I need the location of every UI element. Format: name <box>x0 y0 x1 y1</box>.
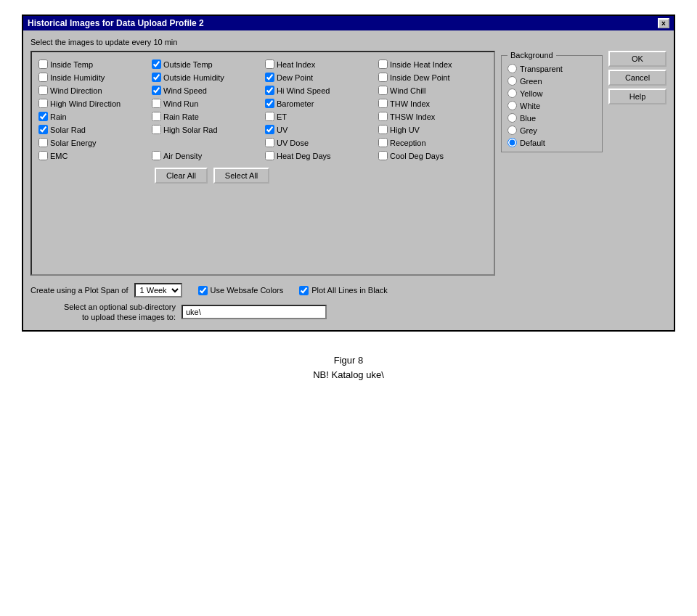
checkbox-item-reception: Reception <box>378 136 488 149</box>
subtitle: Select the images to update every 10 min <box>30 38 667 46</box>
radio-label-transparent: Transparent <box>520 65 563 73</box>
checkbox-uv[interactable] <box>265 125 274 134</box>
checkbox-label-rain: Rain <box>50 112 67 121</box>
caption-line2: NB! Katalog uke\ <box>313 368 384 383</box>
checkbox-item-wind-speed: Wind Speed <box>151 84 261 96</box>
checkbox-wind-direction[interactable] <box>38 86 48 95</box>
checkbox-rain-rate[interactable] <box>152 112 161 121</box>
checkbox-label-high-solar-rad: High Solar Rad <box>163 126 218 134</box>
checkbox-inside-dew-point[interactable] <box>378 73 388 82</box>
checkbox-solar-energy[interactable] <box>38 138 48 147</box>
radio-blue[interactable] <box>508 113 517 123</box>
checkbox-outside-humidity[interactable] <box>152 73 161 82</box>
select-all-button[interactable]: Select All <box>213 168 269 184</box>
checkbox-item-inside-temp: Inside Temp <box>38 58 148 70</box>
checkbox-item-high-solar-rad: High Solar Rad <box>151 123 261 136</box>
checkbox-uv-dose[interactable] <box>265 138 274 147</box>
plot-span-select[interactable]: 1 Week <box>134 283 182 297</box>
checkbox-inside-heat-index[interactable] <box>378 59 388 69</box>
websafe-checkbox[interactable] <box>198 286 208 295</box>
checkbox-rain[interactable] <box>38 112 48 121</box>
checkbox-high-wind-direction[interactable] <box>38 99 48 108</box>
checkbox-solar-rad[interactable] <box>38 125 48 134</box>
radio-item-default: Default <box>508 136 596 149</box>
caption-line1: Figur 8 <box>313 353 384 369</box>
checkbox-inside-humidity[interactable] <box>38 73 48 82</box>
checkbox-item-high-uv: High UV <box>378 123 488 136</box>
checkbox-item-heat-deg-days: Heat Deg Days <box>264 149 375 162</box>
checkbox-cool-deg-days[interactable] <box>378 151 388 160</box>
checkbox-label-inside-heat-index: Inside Heat Index <box>390 60 452 69</box>
checkbox-label-inside-dew-point: Inside Dew Point <box>390 73 450 82</box>
bottom-buttons: Clear All Select All <box>38 168 488 184</box>
cancel-button[interactable]: Cancel <box>608 70 667 86</box>
checkbox-air-density[interactable] <box>152 151 161 160</box>
checkbox-heat-deg-days[interactable] <box>265 151 274 160</box>
checkbox-wind-run[interactable] <box>152 99 161 108</box>
checkboxes-panel: Inside TempOutside TempHeat IndexInside … <box>30 51 495 276</box>
radio-label-default: Default <box>520 139 545 147</box>
checkbox-reception[interactable] <box>378 138 388 147</box>
black-lines-checkbox-row: Plot All Lines in Black <box>299 286 388 295</box>
black-lines-checkbox[interactable] <box>299 286 309 295</box>
checkbox-dew-point[interactable] <box>265 73 274 82</box>
checkbox-high-uv[interactable] <box>378 125 388 134</box>
checkbox-heat-index[interactable] <box>265 59 274 69</box>
radio-label-grey: Grey <box>520 126 537 135</box>
radio-label-white: White <box>520 102 540 110</box>
radio-item-white: White <box>508 99 596 112</box>
radio-item-transparent: Transparent <box>508 62 596 75</box>
close-button[interactable]: × <box>658 18 669 28</box>
main-area: Inside TempOutside TempHeat IndexInside … <box>30 51 667 276</box>
checkbox-high-solar-rad[interactable] <box>152 125 161 134</box>
radio-default[interactable] <box>508 138 517 147</box>
background-radio-group: TransparentGreenYellowWhiteBlueGreyDefau… <box>508 62 596 149</box>
checkbox-label-barometer: Barometer <box>277 99 314 108</box>
radio-label-green: Green <box>520 77 542 86</box>
radio-white[interactable] <box>508 101 517 110</box>
checkbox-label-solar-energy: Solar Energy <box>50 139 97 147</box>
websafe-label: Use Websafe Colors <box>211 286 284 295</box>
checkbox-et[interactable] <box>265 112 274 121</box>
help-button[interactable]: Help <box>608 89 667 104</box>
radio-transparent[interactable] <box>508 64 517 73</box>
checkbox-inside-temp[interactable] <box>38 59 48 69</box>
side-buttons: OK Cancel Help <box>608 51 667 276</box>
radio-grey[interactable] <box>508 126 517 135</box>
clear-all-button[interactable]: Clear All <box>155 168 208 184</box>
checkbox-outside-temp[interactable] <box>152 59 161 69</box>
checkbox-label-uv: UV <box>277 126 288 134</box>
checkbox-label-cool-deg-days: Cool Deg Days <box>390 152 444 160</box>
checkbox-item-wind-run: Wind Run <box>151 97 261 110</box>
checkbox-item-uv-dose: UV Dose <box>264 136 375 149</box>
checkbox-emc[interactable] <box>38 151 48 160</box>
checkbox-label-wind-direction: Wind Direction <box>50 86 102 95</box>
checkbox-label-heat-index: Heat Index <box>277 60 315 69</box>
checkbox-barometer[interactable] <box>265 99 274 108</box>
checkbox-item-inside-dew-point: Inside Dew Point <box>378 71 488 83</box>
checkbox-wind-speed[interactable] <box>152 86 161 95</box>
radio-green[interactable] <box>508 76 517 86</box>
checkbox-label-wind-run: Wind Run <box>163 99 198 108</box>
checkbox-label-rain-rate: Rain Rate <box>163 112 199 121</box>
radio-yellow[interactable] <box>508 89 517 98</box>
checkbox-item-wind-chill: Wind Chill <box>378 84 488 96</box>
checkbox-hi-wind-speed[interactable] <box>265 86 274 95</box>
checkbox-label-wind-chill: Wind Chill <box>390 86 426 95</box>
subdir-input[interactable] <box>182 305 327 319</box>
title-bar: Historical Images for Data Upload Profil… <box>23 16 674 30</box>
ok-button[interactable]: OK <box>608 51 667 67</box>
checkbox-label-inside-humidity: Inside Humidity <box>50 73 105 82</box>
footer-area: Create using a Plot Span of 1 Week Use W… <box>30 283 667 323</box>
black-lines-label: Plot All Lines in Black <box>311 286 388 295</box>
checkbox-label-air-density: Air Density <box>163 152 202 160</box>
checkbox-thw-index[interactable] <box>378 99 388 108</box>
checkbox-label-outside-humidity: Outside Humidity <box>163 73 224 82</box>
checkbox-item-solar-rad: Solar Rad <box>38 123 148 136</box>
checkbox-thsw-index[interactable] <box>378 112 388 121</box>
radio-item-grey: Grey <box>508 124 596 136</box>
checkbox-item-thsw-index: THSW Index <box>378 110 488 123</box>
checkbox-wind-chill[interactable] <box>378 86 388 95</box>
checkbox-label-thw-index: THW Index <box>390 99 430 108</box>
checkbox-label-thsw-index: THSW Index <box>390 112 435 121</box>
